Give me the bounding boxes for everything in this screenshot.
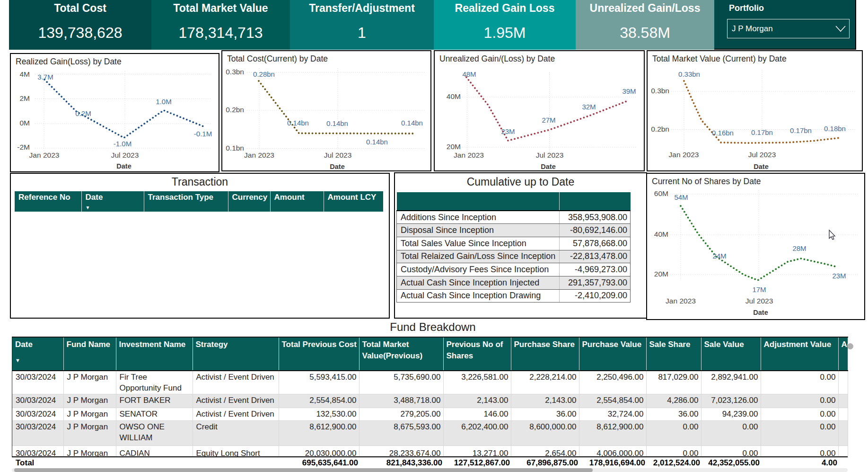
svg-text:-2M: -2M xyxy=(17,143,30,151)
svg-text:Date: Date xyxy=(541,163,555,170)
svg-text:20M: 20M xyxy=(447,142,461,151)
svg-text:24M: 24M xyxy=(712,252,726,260)
svg-text:0.14bn: 0.14bn xyxy=(287,119,309,127)
svg-text:40M: 40M xyxy=(447,92,461,100)
svg-text:Jul 2023: Jul 2023 xyxy=(111,151,139,159)
svg-text:54M: 54M xyxy=(674,193,688,201)
svg-text:48M: 48M xyxy=(462,70,476,78)
svg-text:0.17bn: 0.17bn xyxy=(751,128,773,136)
svg-text:Jul 2023: Jul 2023 xyxy=(745,297,773,305)
svg-text:4M: 4M xyxy=(19,70,30,78)
svg-text:Date: Date xyxy=(753,309,768,316)
svg-text:Total Market Value (Current) b: Total Market Value (Current) by Date xyxy=(652,54,787,63)
svg-text:23M: 23M xyxy=(832,272,846,280)
svg-text:0.2M: 0.2M xyxy=(75,109,91,117)
svg-text:0.14bn: 0.14bn xyxy=(366,138,388,146)
svg-text:-1.0M: -1.0M xyxy=(114,140,132,148)
svg-text:Jan 2023: Jan 2023 xyxy=(244,151,274,159)
svg-text:Jan 2023: Jan 2023 xyxy=(454,151,484,159)
svg-text:Realized Gain(Loss) by Date: Realized Gain(Loss) by Date xyxy=(16,57,122,66)
svg-text:20M: 20M xyxy=(654,270,668,278)
svg-text:0.2bn: 0.2bn xyxy=(226,106,244,114)
svg-text:0.14bn: 0.14bn xyxy=(326,119,348,127)
svg-text:Unrealized Gain/(Loss) by Date: Unrealized Gain/(Loss) by Date xyxy=(439,54,555,63)
svg-text:27M: 27M xyxy=(542,116,555,124)
svg-text:28M: 28M xyxy=(792,244,806,252)
svg-text:0.3bn: 0.3bn xyxy=(651,87,669,95)
svg-text:39M: 39M xyxy=(622,87,636,95)
svg-text:Jan 2023: Jan 2023 xyxy=(666,297,696,305)
svg-text:0.18bn: 0.18bn xyxy=(824,125,846,133)
svg-text:0.14bn: 0.14bn xyxy=(401,119,423,127)
svg-text:Jan 2023: Jan 2023 xyxy=(669,151,699,159)
svg-text:0.2bn: 0.2bn xyxy=(651,125,669,133)
svg-text:0.3bn: 0.3bn xyxy=(226,68,244,76)
svg-text:0.17bn: 0.17bn xyxy=(790,126,812,134)
svg-text:Jul 2023: Jul 2023 xyxy=(536,151,564,159)
svg-text:0M: 0M xyxy=(19,119,30,127)
svg-text:Jan 2023: Jan 2023 xyxy=(29,151,60,159)
svg-text:60M: 60M xyxy=(654,189,668,197)
svg-text:-0.1M: -0.1M xyxy=(194,130,212,138)
svg-text:Date: Date xyxy=(116,162,131,170)
svg-text:Total Cost(Current) by Date: Total Cost(Current) by Date xyxy=(227,54,328,63)
svg-text:0.1bn: 0.1bn xyxy=(226,144,244,152)
svg-text:3.7M: 3.7M xyxy=(37,73,53,81)
svg-text:Jul 2023: Jul 2023 xyxy=(748,151,776,159)
svg-text:0.16bn: 0.16bn xyxy=(712,129,734,137)
svg-text:0.33bn: 0.33bn xyxy=(678,70,700,78)
svg-text:32M: 32M xyxy=(582,103,596,111)
svg-text:23M: 23M xyxy=(501,127,515,135)
svg-text:Date: Date xyxy=(330,163,344,170)
svg-text:Current No of Shares by Date: Current No of Shares by Date xyxy=(652,177,761,186)
svg-text:17M: 17M xyxy=(752,285,766,294)
svg-text:1.0M: 1.0M xyxy=(156,98,171,106)
svg-text:2M: 2M xyxy=(19,94,30,102)
svg-text:0.28bn: 0.28bn xyxy=(253,70,275,78)
svg-text:Date: Date xyxy=(754,163,768,170)
svg-text:Jul 2023: Jul 2023 xyxy=(324,151,352,159)
svg-text:40M: 40M xyxy=(654,230,668,238)
